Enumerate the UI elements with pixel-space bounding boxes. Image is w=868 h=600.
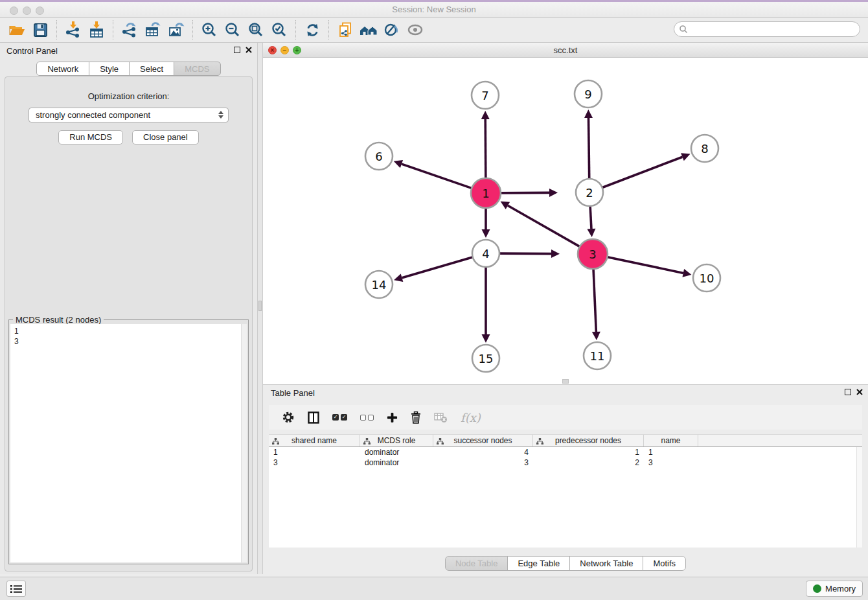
graph-edge[interactable] xyxy=(606,257,683,273)
task-history-button[interactable] xyxy=(6,581,26,597)
unselect-all-columns-button[interactable] xyxy=(360,415,374,421)
window-close-button[interactable] xyxy=(10,6,18,15)
tab-style[interactable]: Style xyxy=(89,62,130,76)
splitter-grip-icon[interactable] xyxy=(258,301,262,311)
column-header[interactable]: successor nodes xyxy=(433,435,533,446)
horizontal-splitter-grip[interactable] xyxy=(562,379,569,384)
graph-edge[interactable] xyxy=(402,257,474,277)
table-row[interactable]: 1dominator411 xyxy=(269,447,862,457)
result-scrollbar[interactable] xyxy=(241,324,247,562)
memory-button[interactable]: Memory xyxy=(806,581,863,597)
network-maximize-button[interactable]: + xyxy=(293,46,301,54)
table-cell: dominator xyxy=(360,447,433,457)
graph-edge[interactable] xyxy=(588,118,589,180)
apply-layout-icon xyxy=(304,22,321,38)
criterion-dropdown[interactable]: strongly connected component xyxy=(29,108,229,122)
status-bar: Memory xyxy=(0,577,868,600)
table-cell: 3 xyxy=(433,457,533,468)
zoom-in-button[interactable] xyxy=(198,19,221,41)
network-window-title: scc.txt xyxy=(554,45,578,55)
eye-button[interactable] xyxy=(404,19,427,41)
zoom-fit-button[interactable] xyxy=(244,19,268,41)
close-panel-button[interactable]: Close panel xyxy=(132,130,199,144)
delete-table-button[interactable] xyxy=(434,411,448,423)
save-session-button[interactable] xyxy=(29,19,52,41)
table-scrollbar[interactable] xyxy=(856,447,862,548)
mcds-result-lines: 13 xyxy=(10,324,247,349)
column-header[interactable]: MCDS role xyxy=(360,435,433,446)
select-all-columns-button[interactable]: ✓ ✓ xyxy=(332,414,347,421)
function-builder-button[interactable]: f(x) xyxy=(461,411,481,424)
zoom-fit-icon xyxy=(247,21,264,38)
open-session-button[interactable] xyxy=(5,19,29,41)
graph-node-label: 2 xyxy=(586,186,593,200)
create-column-button[interactable] xyxy=(387,412,398,423)
zoom-selected-button[interactable] xyxy=(268,19,291,41)
home-button[interactable] xyxy=(357,19,380,41)
export-network-button[interactable] xyxy=(118,19,141,41)
import-network-icon xyxy=(65,21,82,38)
mcds-result-textarea[interactable]: 13 xyxy=(10,324,247,562)
column-header[interactable]: name xyxy=(644,435,698,446)
network-view-window: × − + scc.txt 7968124314101511 xyxy=(263,43,868,384)
edge-arrow-icon xyxy=(682,269,691,277)
open-folder-icon xyxy=(8,21,25,38)
close-panel-icon[interactable] xyxy=(246,47,252,53)
graph-node-label: 4 xyxy=(482,247,489,260)
tab-network[interactable]: Network xyxy=(36,62,89,76)
run-mcds-button[interactable]: Run MCDS xyxy=(58,130,123,144)
desktop-edge xyxy=(0,0,868,2)
table-settings-button[interactable] xyxy=(282,411,295,424)
graph-edge[interactable] xyxy=(508,205,581,247)
network-close-button[interactable]: × xyxy=(268,46,277,54)
clone-network-button[interactable] xyxy=(334,19,357,41)
eye-icon xyxy=(406,21,424,38)
gear-icon xyxy=(282,411,295,424)
result-line: 1 xyxy=(14,326,243,336)
close-table-panel-icon[interactable] xyxy=(856,389,863,395)
table-toolbar: ✓ ✓ f(x) xyxy=(269,405,862,430)
tab-network-table[interactable]: Network Table xyxy=(569,556,643,571)
graph-edge[interactable] xyxy=(485,119,486,179)
search-input[interactable] xyxy=(674,21,860,37)
network-canvas[interactable]: 7968124314101511 xyxy=(263,58,868,384)
column-header[interactable]: shared name xyxy=(269,435,360,446)
table-cell: 1 xyxy=(269,447,360,457)
graph-edge[interactable] xyxy=(590,205,591,229)
float-panel-icon[interactable] xyxy=(234,47,240,53)
panel-splitter[interactable] xyxy=(257,43,263,574)
tab-motifs[interactable]: Motifs xyxy=(643,556,686,571)
edge-arrow-icon xyxy=(549,189,558,197)
hide-details-button[interactable] xyxy=(380,19,404,41)
tab-mcds[interactable]: MCDS xyxy=(174,62,220,76)
edge-arrow-icon xyxy=(587,229,595,237)
window-minimize-button[interactable] xyxy=(23,6,31,15)
graph-node-label: 9 xyxy=(584,87,591,101)
network-minimize-button[interactable]: − xyxy=(280,46,289,54)
graph-edge[interactable] xyxy=(593,268,596,332)
tab-select[interactable]: Select xyxy=(129,62,174,76)
network-graph[interactable]: 7968124314101511 xyxy=(263,58,868,384)
graph-node-label: 3 xyxy=(589,248,596,261)
graph-node-label: 10 xyxy=(700,271,714,285)
tab-node-table[interactable]: Node Table xyxy=(445,556,508,571)
column-header[interactable]: predecessor nodes xyxy=(533,435,644,446)
delete-table-icon xyxy=(434,411,448,423)
graph-node-label: 1 xyxy=(482,187,489,200)
apply-layout-button[interactable] xyxy=(301,19,324,41)
tab-edge-table[interactable]: Edge Table xyxy=(507,556,570,571)
window-zoom-button[interactable] xyxy=(36,6,44,15)
float-table-panel-icon[interactable] xyxy=(845,389,851,395)
import-network-button[interactable] xyxy=(62,19,85,41)
table-row[interactable]: 3dominator323 xyxy=(269,457,862,468)
graph-edge[interactable] xyxy=(402,164,473,189)
import-table-button[interactable] xyxy=(85,19,108,41)
hierarchy-icon xyxy=(272,438,279,444)
graph-edge[interactable] xyxy=(601,157,683,188)
show-columns-button[interactable] xyxy=(308,411,319,424)
export-image-button[interactable] xyxy=(165,19,188,41)
table-panel-header: Table Panel xyxy=(263,385,868,402)
zoom-out-button[interactable] xyxy=(221,19,244,41)
export-table-button[interactable] xyxy=(141,19,165,41)
delete-column-button[interactable] xyxy=(411,411,421,424)
